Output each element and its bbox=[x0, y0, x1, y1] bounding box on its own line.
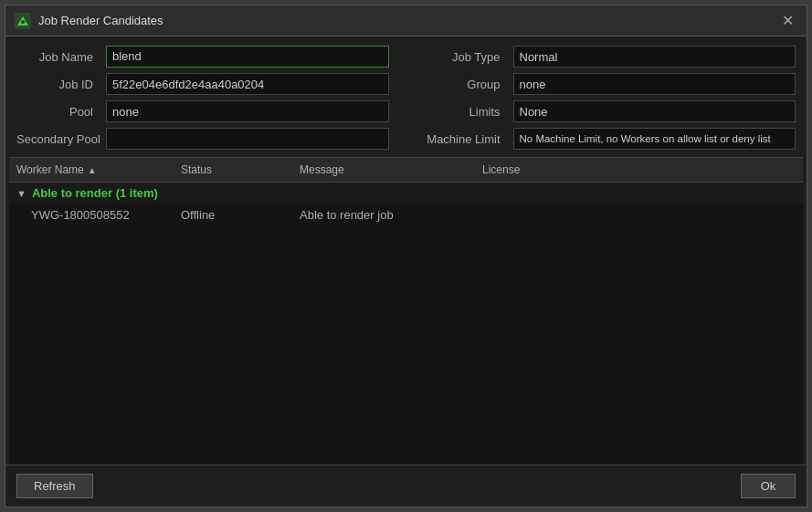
group-label: Able to render (1 item) bbox=[32, 186, 158, 200]
machine-limit-label: Machine Limit bbox=[396, 132, 506, 146]
col-message-header: Message bbox=[296, 163, 479, 176]
svg-point-2 bbox=[21, 20, 25, 24]
secondary-pool-value[interactable] bbox=[106, 128, 389, 150]
refresh-button[interactable]: Refresh bbox=[16, 474, 93, 498]
collapse-icon: ▼ bbox=[16, 188, 26, 199]
sort-arrow-icon: ▲ bbox=[88, 165, 97, 175]
cell-status: Offline bbox=[177, 206, 296, 224]
ok-button[interactable]: Ok bbox=[741, 474, 796, 498]
close-button[interactable]: ✕ bbox=[778, 12, 797, 30]
col-status-header: Status bbox=[177, 163, 296, 176]
group-value: none bbox=[513, 73, 796, 95]
limits-value: None bbox=[513, 100, 796, 122]
group-row[interactable]: ▼ Able to render (1 item) bbox=[9, 183, 803, 204]
dialog-title: Job Render Candidates bbox=[38, 14, 163, 27]
title-bar: Job Render Candidates ✕ bbox=[5, 5, 807, 37]
job-id-label: Job ID bbox=[16, 78, 99, 91]
job-id-value: 5f22e04e6dfd2e4aa40a0204 bbox=[106, 73, 389, 95]
job-type-label: Job Type bbox=[396, 50, 506, 64]
app-icon bbox=[15, 13, 31, 29]
job-type-value: Normal bbox=[513, 46, 796, 68]
cell-message: Able to render job bbox=[296, 206, 479, 224]
limits-label: Limits bbox=[396, 105, 506, 119]
job-name-value[interactable]: blend bbox=[106, 46, 389, 68]
secondary-pool-label: Secondary Pool bbox=[16, 132, 99, 146]
footer: Refresh Ok bbox=[5, 465, 807, 507]
form-section: Job Name blend Job Type Normal Job ID 5f… bbox=[5, 37, 807, 157]
dialog-window: Job Render Candidates ✕ Job Name blend J… bbox=[5, 5, 807, 507]
table-body: ▼ Able to render (1 item) YWG-1800508552… bbox=[9, 183, 803, 465]
title-bar-left: Job Render Candidates bbox=[15, 13, 163, 29]
job-name-label: Job Name bbox=[16, 50, 99, 64]
table-row[interactable]: YWG-1800508552 Offline Able to render jo… bbox=[9, 204, 803, 226]
pool-label: Pool bbox=[16, 105, 99, 119]
table-header: Worker Name ▲ Status Message License bbox=[9, 157, 803, 183]
cell-worker-name: YWG-1800508552 bbox=[13, 206, 177, 224]
col-worker-name-header: Worker Name ▲ bbox=[13, 163, 177, 176]
machine-limit-value: No Machine Limit, no Workers on allow li… bbox=[513, 128, 796, 150]
col-license-header: License bbox=[479, 163, 799, 176]
group-label: Group bbox=[396, 78, 506, 91]
table-container: Worker Name ▲ Status Message License ▼ A… bbox=[9, 157, 803, 465]
pool-value: none bbox=[106, 100, 389, 122]
cell-license bbox=[479, 214, 799, 217]
